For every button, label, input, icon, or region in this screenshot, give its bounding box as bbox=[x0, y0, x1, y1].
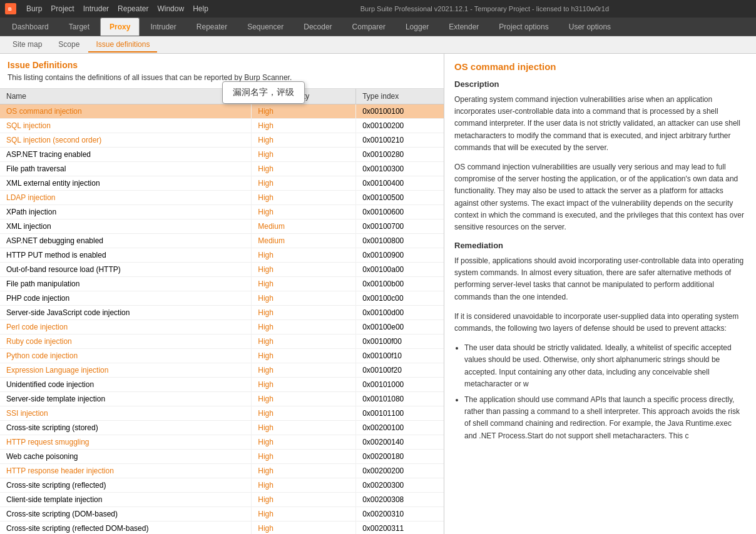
issue-severity-cell: High bbox=[252, 161, 356, 176]
menu-window[interactable]: Window bbox=[157, 4, 184, 13]
titlebar: B Burp Project Intruder Repeater Window … bbox=[0, 0, 756, 18]
table-row[interactable]: File path traversalHigh0x00100300 bbox=[0, 161, 444, 176]
tab-project-options[interactable]: Project options bbox=[489, 18, 558, 36]
table-row[interactable]: XPath injectionHigh0x00100600 bbox=[0, 204, 444, 219]
issue-severity-cell: High bbox=[252, 320, 356, 334]
issue-severity-cell: High bbox=[252, 435, 356, 449]
table-row[interactable]: XML injectionMedium0x00100700 bbox=[0, 219, 444, 233]
table-row[interactable]: HTTP response header injectionHigh0x0020… bbox=[0, 463, 444, 478]
issue-type-index-cell: 0x00100a00 bbox=[356, 262, 444, 276]
tab-sequencer[interactable]: Sequencer bbox=[238, 18, 293, 36]
table-row[interactable]: Cross-site scripting (reflected)High0x00… bbox=[0, 478, 444, 492]
table-row[interactable]: HTTP request smugglingHigh0x00200140 bbox=[0, 435, 444, 449]
remediation-heading: Remediation bbox=[454, 241, 746, 250]
issue-name-cell: File path traversal bbox=[0, 161, 252, 176]
tab-user-options[interactable]: User options bbox=[559, 18, 620, 36]
issues-table-body: OS command injectionHigh0x00100100SQL in… bbox=[0, 104, 444, 534]
menu-repeater[interactable]: Repeater bbox=[118, 4, 148, 13]
table-row[interactable]: Cross-site scripting (DOM-based)High0x00… bbox=[0, 506, 444, 521]
issue-type-index-cell: 0x00101100 bbox=[356, 406, 444, 420]
table-row[interactable]: File path manipulationHigh0x00100b00 bbox=[0, 276, 444, 291]
remediation-intro: If possible, applications should avoid i… bbox=[454, 255, 746, 303]
issue-type-index-cell: 0x00101080 bbox=[356, 391, 444, 406]
table-row[interactable]: SQL injection (second order)High0x001002… bbox=[0, 133, 444, 147]
table-row[interactable]: HTTP PUT method is enabledHigh0x00100900 bbox=[0, 248, 444, 262]
table-row[interactable]: Out-of-band resource load (HTTP)High0x00… bbox=[0, 262, 444, 276]
table-row[interactable]: Python code injectionHigh0x00100f10 bbox=[0, 348, 444, 363]
app-title: Burp Suite Professional v2021.12.1 - Tem… bbox=[218, 5, 751, 13]
issue-severity-cell: High bbox=[252, 506, 356, 521]
tab-comparer[interactable]: Comparer bbox=[343, 18, 395, 36]
issue-severity-cell: High bbox=[252, 363, 356, 377]
menu-help[interactable]: Help bbox=[193, 4, 208, 13]
tab-extender[interactable]: Extender bbox=[439, 18, 488, 36]
menu-burp[interactable]: Burp bbox=[26, 4, 42, 13]
tab-decoder[interactable]: Decoder bbox=[294, 18, 341, 36]
table-row[interactable]: Ruby code injectionHigh0x00100f00 bbox=[0, 334, 444, 348]
menu-project[interactable]: Project bbox=[51, 4, 74, 13]
issue-severity-cell: High bbox=[252, 276, 356, 291]
table-row[interactable]: OS command injectionHigh0x00100100 bbox=[0, 104, 444, 118]
table-row[interactable]: PHP code injectionHigh0x00100c00 bbox=[0, 291, 444, 305]
issue-type-index-cell: 0x00100600 bbox=[356, 204, 444, 219]
table-row[interactable]: LDAP injectionHigh0x00100500 bbox=[0, 190, 444, 204]
sub-tab-scope[interactable]: Scope bbox=[51, 38, 87, 53]
issue-type-index-cell: 0x00100400 bbox=[356, 176, 444, 190]
table-row[interactable]: Server-side template injectionHigh0x0010… bbox=[0, 391, 444, 406]
table-row[interactable]: SSI injectionHigh0x00101100 bbox=[0, 406, 444, 420]
tab-proxy[interactable]: Proxy bbox=[100, 18, 140, 36]
issue-severity-cell: High bbox=[252, 291, 356, 305]
table-row[interactable]: Cross-site scripting (stored)High0x00200… bbox=[0, 420, 444, 435]
issue-type-index-cell: 0x00200200 bbox=[356, 463, 444, 478]
issue-name-cell: Unidentified code injection bbox=[0, 377, 252, 391]
menu-intruder[interactable]: Intruder bbox=[83, 4, 109, 13]
issue-severity-cell: High bbox=[252, 204, 356, 219]
issue-type-index-cell: 0x00101000 bbox=[356, 377, 444, 391]
issue-name-cell: HTTP PUT method is enabled bbox=[0, 248, 252, 262]
issue-severity-cell: High bbox=[252, 176, 356, 190]
issue-name-cell: Web cache poisoning bbox=[0, 449, 252, 463]
sub-tab-issue-definitions[interactable]: Issue definitions bbox=[88, 38, 157, 53]
issue-type-index-cell: 0x00100280 bbox=[356, 147, 444, 161]
issue-severity-cell: High bbox=[252, 334, 356, 348]
issue-severity-cell: High bbox=[252, 478, 356, 492]
issue-type-index-cell: 0x00200140 bbox=[356, 435, 444, 449]
sub-tab-sitemap[interactable]: Site map bbox=[5, 38, 49, 53]
issue-type-index-cell: 0x00100300 bbox=[356, 161, 444, 176]
table-row[interactable]: Server-side JavaScript code injectionHig… bbox=[0, 305, 444, 320]
issue-severity-cell: High bbox=[252, 147, 356, 161]
issue-severity-cell: High bbox=[252, 406, 356, 420]
issue-name-cell: Python code injection bbox=[0, 348, 252, 363]
menu-bar: Burp Project Intruder Repeater Window He… bbox=[26, 4, 208, 13]
col-type-index[interactable]: Type index bbox=[356, 89, 444, 104]
table-row[interactable]: Unidentified code injectionHigh0x0010100… bbox=[0, 377, 444, 391]
issue-name-cell: Expression Language injection bbox=[0, 363, 252, 377]
issue-name-cell: Out-of-band resource load (HTTP) bbox=[0, 262, 252, 276]
col-name[interactable]: Name bbox=[0, 89, 252, 104]
issue-name-cell: File path manipulation bbox=[0, 276, 252, 291]
remediation-bullets: The user data should be strictly validat… bbox=[464, 342, 746, 442]
table-row[interactable]: Perl code injectionHigh0x00100e00 bbox=[0, 320, 444, 334]
issue-name-cell: OS command injection bbox=[0, 104, 252, 118]
table-row[interactable]: Expression Language injectionHigh0x00100… bbox=[0, 363, 444, 377]
burp-logo: B bbox=[5, 3, 16, 14]
right-panel: OS command injection Description Operati… bbox=[444, 54, 756, 534]
table-row[interactable]: Web cache poisoningHigh0x00200180 bbox=[0, 449, 444, 463]
table-row[interactable]: ASP.NET tracing enabledHigh0x00100280 bbox=[0, 147, 444, 161]
issue-detail-title: OS command injection bbox=[454, 61, 746, 72]
issue-severity-cell: High bbox=[252, 305, 356, 320]
table-row[interactable]: Client-side template injectionHigh0x0020… bbox=[0, 492, 444, 506]
description-text-2: OS command injection vulnerabilities are… bbox=[454, 161, 746, 233]
content-area: Issue Definitions This listing contains … bbox=[0, 54, 756, 534]
table-row[interactable]: ASP.NET debugging enabledMedium0x0010080… bbox=[0, 233, 444, 248]
tab-repeater[interactable]: Repeater bbox=[187, 18, 237, 36]
issue-severity-cell: High bbox=[252, 391, 356, 406]
table-row[interactable]: SQL injectionHigh0x00100200 bbox=[0, 118, 444, 133]
tab-target[interactable]: Target bbox=[59, 18, 99, 36]
table-row[interactable]: XML external entity injectionHigh0x00100… bbox=[0, 176, 444, 190]
tab-logger[interactable]: Logger bbox=[396, 18, 438, 36]
tab-dashboard[interactable]: Dashboard bbox=[3, 18, 58, 36]
tab-intruder[interactable]: Intruder bbox=[141, 18, 185, 36]
issue-name-cell: SSI injection bbox=[0, 406, 252, 420]
table-row[interactable]: Cross-site scripting (reflected DOM-base… bbox=[0, 521, 444, 534]
